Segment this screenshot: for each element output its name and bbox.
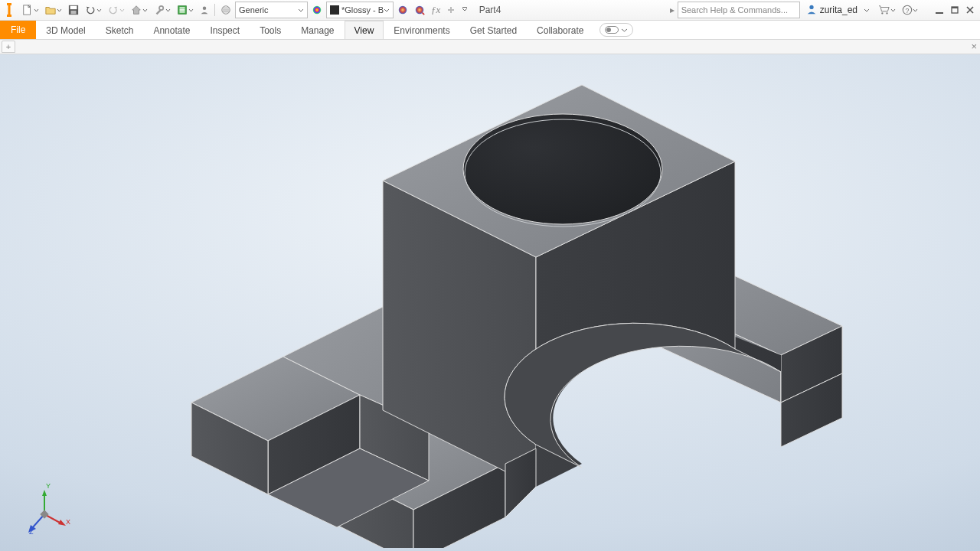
svg-point-19 [809, 5, 813, 8]
svg-rect-18 [462, 7, 467, 8]
user-icon [806, 4, 817, 17]
clear-appearance-icon[interactable] [412, 2, 427, 18]
tab-sketch[interactable]: Sketch [96, 21, 144, 39]
close-document-button[interactable]: × [971, 41, 977, 52]
material-pattern-icon[interactable] [218, 2, 234, 18]
viewport-3d[interactable]: Y X Z [0, 54, 980, 551]
tab-annotate[interactable]: Annotate [143, 21, 200, 39]
user-pref-dropdown[interactable] [198, 2, 211, 18]
axis-z-label: Z [29, 528, 34, 536]
close-window-button[interactable] [963, 3, 977, 17]
minimize-button[interactable] [933, 3, 946, 17]
axis-y-label: Y [46, 482, 51, 490]
ribbon-tabs: File 3D Model Sketch Annotate Inspect To… [0, 21, 980, 40]
fx-parameters-button[interactable]: ƒx [429, 2, 443, 18]
home-button[interactable] [129, 2, 150, 18]
tab-view[interactable]: View [345, 21, 384, 39]
quick-access-toolbar: Generic *Glossy - B ƒx Part4 ▸ Search [0, 0, 980, 21]
svg-rect-0 [7, 3, 11, 5]
svg-rect-1 [8, 5, 11, 15]
separator [214, 4, 215, 16]
axis-x-label: X [66, 518, 70, 526]
tab-3d-model[interactable]: 3D Model [36, 21, 95, 39]
svg-point-7 [159, 6, 163, 10]
svg-point-28 [606, 28, 611, 32]
file-tab[interactable]: File [0, 21, 36, 39]
svg-marker-58 [58, 520, 66, 526]
svg-rect-9 [180, 8, 185, 9]
plus-button[interactable] [444, 2, 458, 18]
svg-point-48 [463, 114, 662, 224]
svg-point-16 [399, 6, 407, 15]
sheet-dropdown[interactable] [175, 2, 196, 18]
svg-point-12 [203, 7, 207, 11]
svg-point-20 [881, 12, 883, 14]
username-label: zurita_ed [820, 5, 858, 15]
search-arrow-icon: ▸ [670, 5, 675, 15]
appearance-combo[interactable]: *Glossy - B [326, 2, 394, 18]
tab-inspect[interactable]: Inspect [200, 21, 250, 39]
tab-tools[interactable]: Tools [250, 21, 291, 39]
search-placeholder: Search Help & Commands... [681, 5, 788, 15]
appearance-override-icon[interactable] [395, 2, 410, 18]
app-window: Generic *Glossy - B ƒx Part4 ▸ Search [0, 0, 980, 551]
search-input[interactable]: Search Help & Commands... [678, 2, 800, 18]
svg-rect-24 [936, 12, 943, 14]
new-button[interactable] [20, 2, 41, 18]
color-wheel-icon[interactable] [309, 2, 325, 18]
help-button[interactable]: ? [900, 2, 920, 18]
user-account-button[interactable]: zurita_ed [802, 2, 874, 18]
model-3d-render [107, 58, 873, 548]
add-document-tab-button[interactable]: + [2, 41, 15, 53]
qat-right-cluster: ▸ Search Help & Commands... zurita_ed ? [670, 2, 977, 18]
svg-rect-15 [330, 5, 339, 15]
document-tabs-bar: + × [0, 40, 980, 54]
tab-environments[interactable]: Environments [384, 21, 459, 39]
restore-button[interactable] [948, 3, 962, 17]
tab-collaborate[interactable]: Collaborate [527, 21, 593, 39]
app-frame-toggle[interactable] [599, 23, 633, 37]
cart-button[interactable] [876, 2, 898, 18]
redo-button[interactable] [106, 2, 127, 18]
svg-rect-6 [71, 11, 77, 14]
svg-rect-10 [180, 9, 185, 11]
svg-point-21 [886, 12, 887, 14]
tools-dropdown[interactable] [152, 2, 173, 18]
svg-marker-56 [42, 490, 47, 496]
open-button[interactable] [43, 2, 64, 18]
tab-get-started[interactable]: Get Started [460, 21, 527, 39]
material-combo-value: Generic [239, 5, 269, 15]
inventor-logo-icon [3, 3, 15, 17]
undo-button[interactable] [83, 2, 104, 18]
svg-rect-11 [180, 11, 185, 13]
svg-rect-2 [7, 15, 11, 17]
svg-rect-26 [952, 7, 958, 8]
appearance-swatch-icon [330, 5, 339, 15]
tab-manage[interactable]: Manage [291, 21, 344, 39]
axis-triad[interactable]: Y X Z [21, 482, 75, 536]
appearance-combo-value: *Glossy - B [341, 5, 384, 15]
save-button[interactable] [66, 2, 81, 18]
svg-point-14 [313, 6, 322, 15]
document-title: Part4 [479, 5, 501, 15]
qat-customize-button[interactable] [459, 2, 470, 18]
fx-label: ƒx [431, 4, 440, 16]
material-combo[interactable]: Generic [235, 2, 308, 18]
svg-text:?: ? [906, 7, 910, 15]
svg-rect-5 [70, 6, 77, 9]
